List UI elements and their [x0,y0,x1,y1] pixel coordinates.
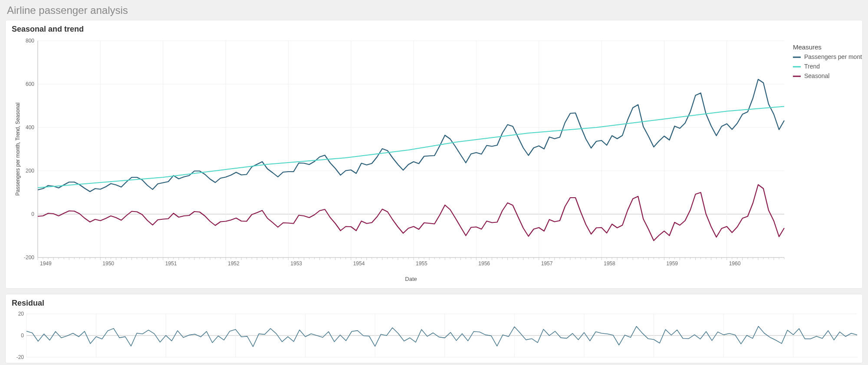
svg-text:1955: 1955 [416,261,427,267]
svg-text:0: 0 [21,332,24,339]
panel-title-top: Seasonal and trend [12,25,856,34]
svg-text:Trend: Trend [804,63,820,70]
svg-text:0: 0 [31,211,34,217]
svg-text:1956: 1956 [478,261,490,267]
dashboard-frame: Airline passenger analysis Seasonal and … [0,0,868,365]
svg-text:-20: -20 [16,354,24,360]
panel-seasonal-trend: Seasonal and trend -20002004006008001949… [5,20,863,289]
svg-text:1957: 1957 [541,261,553,267]
panel-title-bottom: Residual [12,299,856,308]
svg-text:1953: 1953 [290,261,302,267]
panel-residual: Residual -20020 [5,294,863,363]
svg-text:800: 800 [26,38,34,44]
svg-text:1960: 1960 [729,261,741,267]
chart-seasonal-trend[interactable]: -200020040060080019491950195119521953195… [12,36,862,288]
svg-text:Passengers per month, Trend, S: Passengers per month, Trend, Seasonal [15,103,21,196]
chart-bottom-wrap: -20020 [12,310,856,362]
svg-text:Seasonal: Seasonal [804,72,829,79]
chart-residual[interactable]: -20020 [12,310,862,362]
chart-top-wrap: -200020040060080019491950195119521953195… [12,36,856,288]
svg-text:200: 200 [26,168,34,174]
svg-text:600: 600 [26,81,34,87]
svg-text:1959: 1959 [666,261,678,267]
svg-text:Passengers per month: Passengers per month [804,53,862,60]
svg-text:Measures: Measures [793,43,822,51]
svg-text:400: 400 [26,124,34,130]
svg-text:1954: 1954 [353,261,365,267]
svg-text:1958: 1958 [604,261,615,267]
svg-text:-200: -200 [24,254,34,261]
svg-text:Date: Date [405,276,417,282]
svg-text:1952: 1952 [228,261,240,267]
svg-text:1949: 1949 [40,261,52,267]
page-title: Airline passenger analysis [7,4,863,16]
svg-text:1951: 1951 [165,261,177,267]
svg-text:20: 20 [18,311,24,317]
svg-text:1950: 1950 [102,261,114,267]
